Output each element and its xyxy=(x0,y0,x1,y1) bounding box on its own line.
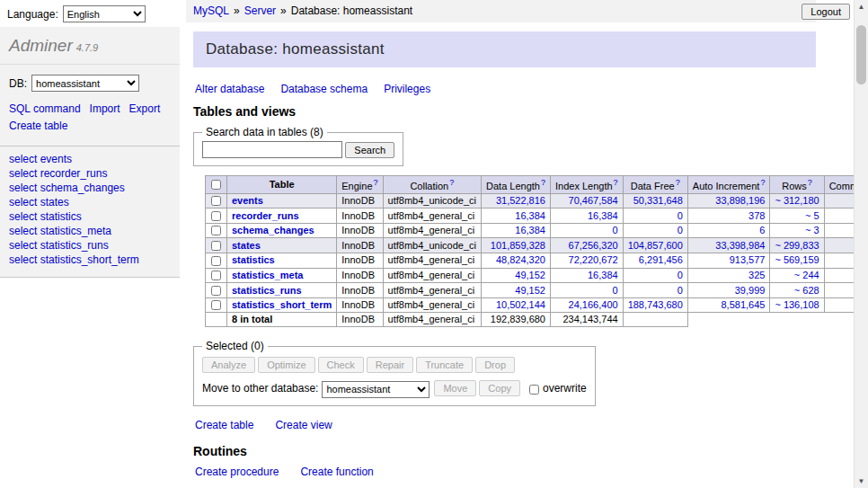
db-select[interactable]: homeassistant xyxy=(31,75,139,92)
auto-increment-link-recorder_runs[interactable]: 378 xyxy=(748,210,765,221)
data-length-link-schema_changes[interactable]: 16,384 xyxy=(515,225,545,235)
sidebar-select-schema-changes[interactable]: select schema_changes xyxy=(9,182,125,194)
rows-link-events[interactable]: ~ 312,180 xyxy=(775,195,819,206)
data-free-link-statistics[interactable]: 6,291,456 xyxy=(639,254,683,265)
auto-increment-link-statistics_runs[interactable]: 39,999 xyxy=(735,285,766,296)
help-icon[interactable]: ? xyxy=(541,178,545,187)
scrollbar-up-arrow[interactable]: ▲ xyxy=(855,0,868,13)
language-select[interactable]: English xyxy=(63,5,146,22)
scrollbar-down-arrow[interactable]: ▼ xyxy=(855,475,868,488)
alter-database-link[interactable]: Alter database xyxy=(195,83,264,95)
auto-increment-link-statistics[interactable]: 913,577 xyxy=(730,254,766,265)
sidebar-link-export[interactable]: Export xyxy=(129,102,161,115)
create-table-link[interactable]: Create table xyxy=(195,419,253,431)
overwrite-checkbox[interactable] xyxy=(529,385,539,395)
index-length-link-schema_changes[interactable]: 0 xyxy=(613,225,618,235)
data-length-link-statistics_short_term[interactable]: 10,502,144 xyxy=(496,299,545,310)
index-length-link-recorder_runs[interactable]: 16,384 xyxy=(588,210,618,221)
help-icon[interactable]: ? xyxy=(614,178,618,187)
table-link-statistics[interactable]: statistics xyxy=(232,254,275,265)
help-icon[interactable]: ? xyxy=(808,178,812,187)
sidebar-select-statistics-meta[interactable]: select statistics_meta xyxy=(9,225,111,237)
index-length-link-states[interactable]: 67,256,320 xyxy=(569,240,618,251)
data-length-link-statistics[interactable]: 48,824,320 xyxy=(496,254,545,265)
analyze-button[interactable]: Analyze xyxy=(202,357,255,373)
move-button[interactable]: Move xyxy=(434,380,476,396)
create-procedure-link[interactable]: Create procedure xyxy=(195,466,279,478)
search-input[interactable] xyxy=(202,141,342,158)
sidebar-select-statistics-short-term[interactable]: select statistics_short_term xyxy=(9,253,139,266)
table-link-recorder_runs[interactable]: recorder_runs xyxy=(232,210,299,221)
drop-button[interactable]: Drop xyxy=(475,357,515,373)
breadcrumb-link-mysql[interactable]: MySQL xyxy=(193,4,229,17)
auto-increment-link-states[interactable]: 33,398,984 xyxy=(715,240,765,251)
index-length-link-statistics_short_term[interactable]: 24,166,400 xyxy=(569,299,618,310)
sidebar-link-sql-command[interactable]: SQL command xyxy=(9,102,81,115)
copy-button[interactable]: Copy xyxy=(479,380,520,396)
sidebar-link-import[interactable]: Import xyxy=(90,102,120,115)
table-link-statistics_runs[interactable]: statistics_runs xyxy=(232,285,302,296)
table-link-events[interactable]: events xyxy=(232,195,263,206)
select-checkbox-statistics[interactable] xyxy=(211,256,221,266)
select-checkbox-statistics_runs[interactable] xyxy=(211,286,221,296)
repair-button[interactable]: Repair xyxy=(367,357,413,373)
rows-link-statistics_meta[interactable]: ~ 244 xyxy=(794,270,819,280)
data-free-link-states[interactable]: 104,857,600 xyxy=(628,240,683,251)
table-link-states[interactable]: states xyxy=(232,240,261,251)
help-icon[interactable]: ? xyxy=(449,178,454,187)
index-length-link-statistics[interactable]: 72,220,672 xyxy=(569,254,618,265)
data-length-link-statistics_meta[interactable]: 49,152 xyxy=(515,270,545,280)
privileges-link[interactable]: Privileges xyxy=(384,83,430,95)
auto-increment-link-events[interactable]: 33,898,196 xyxy=(715,195,765,206)
help-icon[interactable]: ? xyxy=(374,178,378,187)
rows-link-states[interactable]: ~ 299,833 xyxy=(775,240,819,251)
select-checkbox-recorder_runs[interactable] xyxy=(211,211,221,221)
data-length-link-statistics_runs[interactable]: 49,152 xyxy=(515,285,545,296)
select-checkbox-statistics_meta[interactable] xyxy=(211,271,221,280)
scrollbar-thumb[interactable] xyxy=(856,25,866,84)
index-length-link-events[interactable]: 70,467,584 xyxy=(569,195,618,206)
rows-link-recorder_runs[interactable]: ~ 5 xyxy=(805,210,819,221)
sidebar-select-statistics-runs[interactable]: select statistics_runs xyxy=(9,239,109,252)
truncate-button[interactable]: Truncate xyxy=(416,357,473,373)
auto-increment-link-schema_changes[interactable]: 6 xyxy=(759,225,765,235)
select-checkbox-statistics_short_term[interactable] xyxy=(211,300,221,310)
scrollbar[interactable]: ▲ ▼ xyxy=(854,0,868,488)
data-length-link-events[interactable]: 31,522,816 xyxy=(496,195,545,206)
logout-button[interactable]: Logout xyxy=(802,4,850,20)
table-link-statistics_short_term[interactable]: statistics_short_term xyxy=(232,299,332,310)
create-function-link[interactable]: Create function xyxy=(300,466,373,478)
data-free-link-schema_changes[interactable]: 0 xyxy=(678,225,683,235)
breadcrumb-link-server[interactable]: Server xyxy=(244,4,276,17)
check-button[interactable]: Check xyxy=(318,357,364,373)
data-free-link-events[interactable]: 50,331,648 xyxy=(633,195,683,206)
help-icon[interactable]: ? xyxy=(676,178,680,187)
select-checkbox-schema_changes[interactable] xyxy=(211,226,221,235)
rows-link-statistics_runs[interactable]: ~ 628 xyxy=(794,285,819,296)
data-length-link-recorder_runs[interactable]: 16,384 xyxy=(515,210,545,221)
sidebar-link-create-table[interactable]: Create table xyxy=(9,120,67,132)
select-checkbox-states[interactable] xyxy=(211,241,221,251)
sidebar-select-events[interactable]: select events xyxy=(9,153,72,165)
table-link-statistics_meta[interactable]: statistics_meta xyxy=(232,270,304,280)
select-all-checkbox[interactable] xyxy=(211,180,221,190)
auto-increment-link-statistics_short_term[interactable]: 8,581,645 xyxy=(721,299,765,310)
move-db-select[interactable]: homeassistant xyxy=(322,381,430,398)
table-link-schema_changes[interactable]: schema_changes xyxy=(232,225,314,235)
select-checkbox-events[interactable] xyxy=(211,196,221,206)
index-length-link-statistics_meta[interactable]: 16,384 xyxy=(588,270,618,280)
data-free-link-recorder_runs[interactable]: 0 xyxy=(678,210,683,221)
data-free-link-statistics_runs[interactable]: 0 xyxy=(678,285,683,296)
auto-increment-link-statistics_meta[interactable]: 325 xyxy=(748,270,765,280)
optimize-button[interactable]: Optimize xyxy=(258,357,314,373)
search-button[interactable]: Search xyxy=(345,142,394,158)
create-view-link[interactable]: Create view xyxy=(275,419,332,431)
sidebar-select-recorder-runs[interactable]: select recorder_runs xyxy=(9,167,107,180)
data-free-link-statistics_meta[interactable]: 0 xyxy=(678,270,683,280)
adminer-logo-link[interactable]: Adminer4.7.9 xyxy=(9,36,98,55)
index-length-link-statistics_runs[interactable]: 0 xyxy=(613,285,618,296)
data-length-link-states[interactable]: 101,859,328 xyxy=(491,240,545,251)
rows-link-statistics[interactable]: ~ 569,159 xyxy=(775,254,819,265)
help-icon[interactable]: ? xyxy=(760,178,765,187)
rows-link-statistics_short_term[interactable]: ~ 136,108 xyxy=(775,299,819,310)
